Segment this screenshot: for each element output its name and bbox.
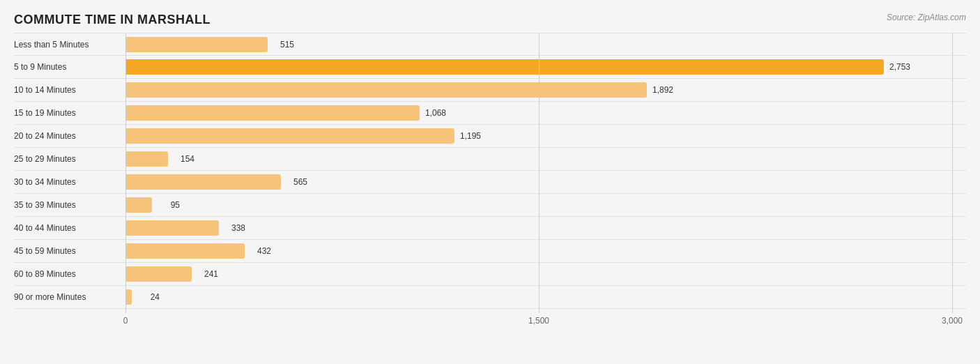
bar-value: 24: [151, 292, 160, 302]
bar-track: 1,068: [125, 102, 966, 124]
bar-row: 45 to 59 Minutes432: [14, 240, 966, 263]
bar-fill: 154: [125, 151, 168, 167]
bar-fill: 432: [125, 243, 245, 259]
bar-fill: 241: [125, 266, 192, 282]
bar-track: 565: [125, 171, 966, 193]
bar-track: 1,195: [125, 125, 966, 147]
bar-fill: 515: [125, 37, 268, 52]
bar-fill: 24: [125, 289, 132, 305]
bar-track: 338: [125, 217, 966, 239]
bar-value: 1,195: [460, 131, 481, 141]
bar-label: 60 to 89 Minutes: [14, 269, 125, 279]
bar-row: Less than 5 Minutes515: [14, 33, 966, 56]
bar-row: 5 to 9 Minutes2,753: [14, 56, 966, 79]
bar-label: 45 to 59 Minutes: [14, 246, 125, 256]
bar-fill: 2,753: [125, 59, 884, 75]
x-axis-label: 0: [123, 316, 128, 326]
x-axis-label: 3,000: [942, 316, 963, 326]
bar-row: 90 or more Minutes24: [14, 286, 966, 309]
bar-row: 30 to 34 Minutes565: [14, 171, 966, 194]
chart-title: COMMUTE TIME IN MARSHALL: [14, 13, 966, 27]
chart-area: Less than 5 Minutes5155 to 9 Minutes2,75…: [14, 33, 966, 333]
bar-value: 2,753: [889, 62, 910, 72]
bar-value: 432: [257, 246, 271, 256]
bar-row: 20 to 24 Minutes1,195: [14, 125, 966, 148]
bar-value: 1,068: [425, 108, 446, 118]
bar-value: 1,892: [652, 85, 673, 95]
bar-value: 95: [171, 200, 180, 210]
bar-value: 565: [293, 177, 307, 187]
bar-track: 432: [125, 240, 966, 262]
bar-row: 10 to 14 Minutes1,892: [14, 79, 966, 102]
bar-label: 15 to 19 Minutes: [14, 108, 125, 118]
x-axis-label: 1,500: [528, 316, 549, 326]
bar-fill: 1,195: [125, 128, 454, 144]
bar-label: 10 to 14 Minutes: [14, 85, 125, 95]
bar-value: 338: [231, 223, 245, 233]
bar-label: 40 to 44 Minutes: [14, 223, 125, 233]
bar-value: 241: [204, 269, 218, 279]
bar-label: Less than 5 Minutes: [14, 40, 125, 50]
bar-track: 95: [125, 194, 966, 216]
source-text: Source: ZipAtlas.com: [887, 13, 966, 22]
bar-track: 2,753: [125, 56, 966, 78]
bar-track: 1,892: [125, 79, 966, 101]
bar-row: 15 to 19 Minutes1,068: [14, 102, 966, 125]
bar-label: 25 to 29 Minutes: [14, 154, 125, 164]
bar-label: 5 to 9 Minutes: [14, 62, 125, 72]
bar-row: 40 to 44 Minutes338: [14, 217, 966, 240]
bar-label: 90 or more Minutes: [14, 292, 125, 302]
chart-container: COMMUTE TIME IN MARSHALL Source: ZipAtla…: [0, 0, 980, 364]
x-axis: 01,5003,000: [125, 313, 966, 333]
bar-value: 515: [280, 40, 294, 50]
bar-fill: 565: [125, 174, 281, 190]
bar-row: 35 to 39 Minutes95: [14, 194, 966, 217]
bar-track: 515: [125, 33, 966, 55]
bar-track: 24: [125, 286, 966, 308]
bar-fill: 1,892: [125, 82, 647, 98]
bar-fill: 95: [125, 197, 152, 213]
bar-label: 20 to 24 Minutes: [14, 131, 125, 141]
bar-label: 35 to 39 Minutes: [14, 200, 125, 210]
bar-fill: 1,068: [125, 105, 420, 121]
bar-row: 60 to 89 Minutes241: [14, 263, 966, 286]
bar-label: 30 to 34 Minutes: [14, 177, 125, 187]
bar-fill: 338: [125, 220, 219, 236]
bar-row: 25 to 29 Minutes154: [14, 148, 966, 171]
bar-track: 241: [125, 263, 966, 285]
bar-track: 154: [125, 148, 966, 170]
bars-section: Less than 5 Minutes5155 to 9 Minutes2,75…: [14, 33, 966, 313]
bar-value: 154: [181, 154, 194, 164]
